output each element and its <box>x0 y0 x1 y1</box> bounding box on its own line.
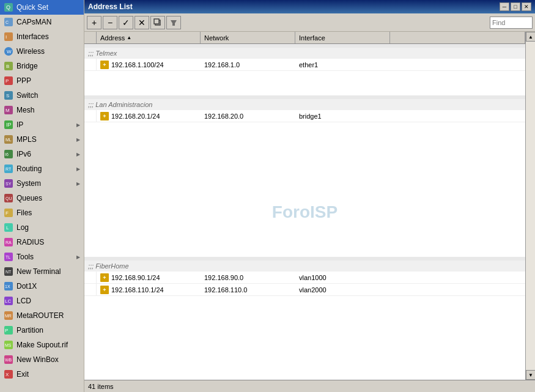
switch-icon: S <box>4 91 13 100</box>
addr-value-4: 192.168.110.1/24 <box>111 286 164 294</box>
sidebar-item-system[interactable]: SY System ▶ <box>0 176 84 191</box>
svg-text:L: L <box>6 225 9 231</box>
maximize-button[interactable]: □ <box>511 2 520 11</box>
sidebar-item-exit[interactable]: X Exit <box>0 367 84 382</box>
capsman-icon: C <box>4 17 13 27</box>
ppp-label: PPP <box>17 76 80 85</box>
sidebar-item-files[interactable]: F Files <box>0 205 84 220</box>
sidebar-item-tools[interactable]: TL Tools ▶ <box>0 250 84 264</box>
addr-plus-icon-3: + <box>100 273 109 282</box>
svg-text:P: P <box>6 78 9 84</box>
radius-icon: RA <box>4 237 13 247</box>
newterminal-label: New Terminal <box>17 267 80 276</box>
cell-interface-3: vlan1000 <box>295 273 390 282</box>
minimize-button[interactable]: ─ <box>500 2 509 11</box>
addr-value-2: 192.168.20.1/24 <box>111 113 160 120</box>
svg-text:QU: QU <box>6 196 12 201</box>
quickset-label: Quick Set <box>17 3 80 12</box>
table-row[interactable]: + 192.168.90.1/24 192.168.90.0 vlan1000 <box>84 272 525 284</box>
cell-rest-1 <box>390 64 525 65</box>
remove-button[interactable]: − <box>103 16 117 29</box>
ppp-icon: P <box>4 76 13 86</box>
sidebar-item-newterminal[interactable]: NT New Terminal <box>0 264 84 279</box>
scroll-track[interactable] <box>526 42 535 370</box>
tools-icon: TL <box>4 252 13 262</box>
cell-rest-4 <box>390 289 525 290</box>
disable-button[interactable]: ✕ <box>135 16 149 29</box>
row-check-1 <box>84 59 97 70</box>
cell-network-2: 192.168.20.0 <box>201 112 295 120</box>
sidebar-item-mesh[interactable]: M Mesh <box>0 103 84 117</box>
files-icon: F <box>4 208 13 218</box>
routing-arrow: ▶ <box>76 166 80 172</box>
sidebar-item-mpls[interactable]: ML MPLS ▶ <box>0 132 84 147</box>
sidebar-item-queues[interactable]: QU Queues <box>0 191 84 205</box>
sidebar-item-ipv6[interactable]: I6 IPv6 ▶ <box>0 147 84 161</box>
newwinbox-label: New WinBox <box>17 355 80 364</box>
sidebar-item-capsman[interactable]: C CAPsMAN <box>0 15 84 29</box>
sidebar-item-ip[interactable]: IP IP ▶ <box>0 117 84 132</box>
dot1x-icon: 1X <box>4 281 13 291</box>
sidebar-item-newwinbox[interactable]: WB New WinBox <box>0 352 84 367</box>
ip-arrow: ▶ <box>76 122 80 128</box>
copy-button[interactable] <box>150 16 165 29</box>
addr-plus-icon-1: + <box>100 61 109 69</box>
sidebar-item-makesupout[interactable]: MS Make Supout.rif <box>0 338 84 352</box>
exit-icon: X <box>4 369 13 379</box>
svg-text:SY: SY <box>6 182 12 186</box>
queues-icon: QU <box>4 193 13 203</box>
sidebar-item-metarouter[interactable]: MR MetaROUTER <box>0 308 84 323</box>
scroll-down-button[interactable]: ▼ <box>526 370 535 380</box>
th-network-label: Network <box>204 34 229 42</box>
row-check-4 <box>84 284 97 295</box>
radius-label: RADIUS <box>17 238 80 246</box>
close-button[interactable]: ✕ <box>522 2 531 11</box>
table-row[interactable]: + 192.168.110.1/24 192.168.110.0 vlan200… <box>84 284 525 296</box>
sidebar-item-quickset[interactable]: Q Quick Set <box>0 0 84 15</box>
sidebar-item-log[interactable]: L Log <box>0 220 84 235</box>
th-address[interactable]: Address ▲ <box>97 32 201 43</box>
partition-label: Partition <box>17 326 80 335</box>
svg-text:P: P <box>5 328 8 333</box>
filter-button[interactable] <box>166 16 181 29</box>
addr-plus-icon-2: + <box>100 112 109 120</box>
system-icon: SY <box>4 179 13 188</box>
ip-icon: IP <box>4 120 13 130</box>
scrollbar-right: ▲ ▼ <box>525 32 535 380</box>
svg-text:S: S <box>6 93 9 98</box>
th-interface[interactable]: Interface <box>295 32 390 43</box>
sidebar-item-ppp[interactable]: P PPP <box>0 73 84 88</box>
sidebar-item-wireless[interactable]: W Wireless <box>0 44 84 59</box>
sidebar-item-switch[interactable]: S Switch <box>0 88 84 103</box>
sidebar-item-bridge[interactable]: B Bridge <box>0 59 84 73</box>
enable-button[interactable]: ✓ <box>119 16 133 29</box>
table-row[interactable]: + 192.168.1.100/24 192.168.1.0 ether1 <box>84 59 525 71</box>
svg-rect-53 <box>154 19 159 24</box>
routing-icon: RT <box>4 164 13 174</box>
svg-text:X: X <box>6 372 9 377</box>
table-row[interactable]: + 192.168.20.1/24 192.168.20.0 bridge1 <box>84 110 525 122</box>
addr-value-3: 192.168.90.1/24 <box>111 274 160 281</box>
lcd-icon: LC <box>4 296 13 306</box>
svg-text:RT: RT <box>6 167 12 171</box>
svg-text:ML: ML <box>6 138 12 142</box>
add-button[interactable]: + <box>87 16 101 29</box>
svg-text:I: I <box>6 34 7 40</box>
cell-address-3: + 192.168.90.1/24 <box>97 273 201 283</box>
sidebar-item-routing[interactable]: RT Routing ▶ <box>0 161 84 176</box>
sidebar-item-partition[interactable]: P Partition <box>0 323 84 338</box>
table-inner: Address ▲ Network Interface ForoISP <box>84 32 525 380</box>
find-input[interactable] <box>490 17 533 29</box>
sidebar-item-interfaces[interactable]: I Interfaces <box>0 29 84 44</box>
section-label-lan: ;;; Lan Administracion <box>88 101 152 108</box>
th-network[interactable]: Network <box>201 32 295 43</box>
sidebar-item-lcd[interactable]: LC LCD <box>0 294 84 308</box>
scroll-up-button[interactable]: ▲ <box>526 32 535 42</box>
sidebar-item-dot1x[interactable]: 1X Dot1X <box>0 279 84 294</box>
svg-text:W: W <box>7 49 12 54</box>
svg-text:1X: 1X <box>5 284 10 289</box>
th-interface-label: Interface <box>299 34 325 42</box>
cell-interface-2: bridge1 <box>295 112 390 120</box>
sidebar-item-radius[interactable]: RA RADIUS <box>0 235 84 250</box>
svg-text:M: M <box>6 108 10 113</box>
